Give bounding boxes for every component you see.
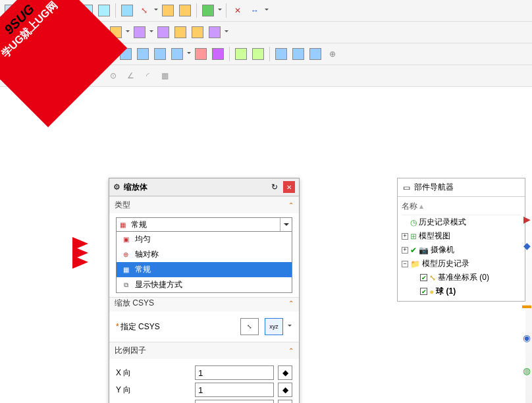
general-icon: ▦ bbox=[120, 265, 131, 275]
tool-icon[interactable] bbox=[193, 46, 209, 62]
tree-sphere[interactable]: ✔ ● 球 (1) bbox=[402, 284, 521, 298]
x-input[interactable] bbox=[195, 365, 274, 380]
chevron-up-icon: ⌃ bbox=[288, 202, 294, 209]
resource-icon[interactable]: ▶ bbox=[520, 211, 532, 228]
tool-icon[interactable]: ✕ bbox=[230, 3, 246, 18]
csys-dialog-button[interactable]: ⤡ bbox=[240, 318, 259, 335]
separator bbox=[229, 47, 230, 61]
section-header[interactable]: 缩放 CSYS ⌃ bbox=[109, 298, 299, 311]
dropdown-icon[interactable] bbox=[149, 24, 154, 40]
column-header[interactable]: 名称 ▴ bbox=[402, 200, 521, 215]
z-input[interactable] bbox=[195, 400, 274, 403]
option-shortcut[interactable]: ⧉ 显示快捷方式 bbox=[117, 277, 292, 292]
dropdown-icon[interactable] bbox=[264, 3, 269, 18]
option-axisymmetric[interactable]: ⊕ 轴对称 bbox=[117, 247, 292, 262]
dropdown-icon[interactable] bbox=[224, 24, 229, 40]
resource-icon[interactable]: ◍ bbox=[520, 362, 532, 379]
tool-icon[interactable] bbox=[233, 46, 249, 62]
axis-icon[interactable]: ⤡ bbox=[136, 3, 152, 18]
y-label: Y 向 bbox=[116, 385, 191, 396]
spin-button[interactable]: ◆ bbox=[278, 365, 292, 380]
graphics-area[interactable]: ⚙ 缩放体 ↻ ✕ 类型 ⌃ ▦ 常规 ▣ 均匀 bbox=[0, 87, 532, 403]
csys-picker-button[interactable]: xyz bbox=[265, 318, 283, 335]
tool-icon[interactable] bbox=[250, 46, 266, 62]
tree-label: 球 (1) bbox=[436, 286, 456, 297]
dropdown-icon[interactable] bbox=[125, 24, 130, 40]
section-header[interactable]: 比例因子 ⌃ bbox=[109, 342, 299, 359]
combo-value: 常规 bbox=[128, 218, 280, 231]
tool-icon[interactable] bbox=[119, 3, 135, 18]
checkbox[interactable]: ✔ bbox=[420, 288, 427, 295]
dropdown-icon[interactable] bbox=[287, 319, 292, 335]
snap-icon[interactable]: ◜ bbox=[140, 68, 155, 84]
cube-icon[interactable] bbox=[190, 24, 205, 40]
resource-icon[interactable]: ◉ bbox=[520, 329, 532, 346]
scale-body-dialog: ⚙ 缩放体 ↻ ✕ 类型 ⌃ ▦ 常规 ▣ 均匀 bbox=[109, 178, 300, 403]
section-label: 比例因子 bbox=[115, 345, 146, 356]
snap-icon[interactable]: ⊙ bbox=[105, 68, 121, 84]
tree-label: 摄像机 bbox=[431, 244, 454, 255]
tool-icon[interactable] bbox=[210, 46, 226, 62]
cube-icon[interactable] bbox=[207, 24, 223, 40]
tool-icon[interactable] bbox=[177, 3, 193, 18]
reset-icon[interactable]: ↻ bbox=[269, 181, 280, 193]
dialog-titlebar[interactable]: ⚙ 缩放体 ↻ ✕ bbox=[109, 178, 299, 196]
tree-datum-csys[interactable]: ✔ ⤡ 基准坐标系 (0) bbox=[402, 271, 521, 284]
resource-icon[interactable]: ▬ bbox=[520, 296, 532, 313]
tool-icon[interactable] bbox=[160, 3, 176, 18]
chevron-up-icon: ⌃ bbox=[288, 347, 294, 354]
panel-title[interactable]: ▭ 部件导航器 bbox=[398, 178, 525, 197]
tool-icon[interactable] bbox=[273, 46, 289, 62]
collapse-icon[interactable]: − bbox=[402, 261, 408, 267]
spin-button[interactable]: ◆ bbox=[278, 400, 292, 403]
dropdown-icon[interactable] bbox=[153, 3, 159, 18]
type-combo[interactable]: ▦ 常规 bbox=[116, 217, 292, 232]
camera-icon: 📷 bbox=[419, 246, 429, 255]
tool-icon[interactable] bbox=[96, 3, 112, 18]
sheet-icon[interactable] bbox=[152, 46, 168, 62]
check-icon: ✔ bbox=[410, 246, 417, 255]
tool-icon[interactable] bbox=[290, 46, 306, 62]
dialog-title: 缩放体 bbox=[124, 182, 269, 193]
x-label: X 向 bbox=[116, 367, 191, 379]
option-label: 显示快捷方式 bbox=[135, 279, 182, 290]
expand-icon[interactable]: + bbox=[402, 247, 408, 254]
chevron-up-icon: ⌃ bbox=[288, 300, 294, 307]
y-input[interactable] bbox=[195, 383, 274, 397]
section-type: 类型 ⌃ ▦ 常规 ▣ 均匀 ⊕ 轴对称 bbox=[109, 196, 299, 297]
section-label: 类型 bbox=[115, 200, 130, 211]
section-csys: 缩放 CSYS ⌃ *指定 CSYS ⤡ xyz bbox=[109, 297, 299, 342]
sheet-icon[interactable] bbox=[135, 46, 151, 62]
snap-icon[interactable]: ∠ bbox=[122, 68, 138, 84]
measure-icon[interactable]: ↔ bbox=[247, 3, 263, 18]
option-uniform[interactable]: ▣ 均匀 bbox=[117, 232, 292, 247]
resource-icon[interactable]: ◆ bbox=[520, 237, 532, 254]
checkbox[interactable]: ✔ bbox=[420, 274, 427, 281]
tool-icon[interactable] bbox=[307, 46, 323, 62]
resource-bar: ▶ ◆ ▬ ◉ ◍ ▥ bbox=[525, 178, 532, 403]
tool-icon[interactable]: ⊕ bbox=[325, 46, 340, 62]
tree-model-view[interactable]: + ⊞ 模型视图 bbox=[402, 229, 521, 243]
tree-label: 模型视图 bbox=[419, 230, 450, 242]
expand-icon[interactable]: + bbox=[402, 233, 408, 240]
part-navigator-panel: ▭ 部件导航器 名称 ▴ ◷ 历史记录模式 + ⊞ 模型视图 + ✔ 📷 摄像机 bbox=[397, 178, 525, 302]
spin-button[interactable]: ◆ bbox=[278, 383, 292, 397]
dropdown-button[interactable] bbox=[280, 218, 292, 231]
cube-icon[interactable] bbox=[132, 24, 147, 40]
close-icon[interactable]: ✕ bbox=[283, 181, 295, 193]
section-header[interactable]: 类型 ⌃ bbox=[109, 197, 299, 213]
folder-icon: 📁 bbox=[410, 259, 420, 269]
type-dropdown: ▣ 均匀 ⊕ 轴对称 ▦ 常规 ⧉ 显示快捷方式 bbox=[116, 232, 292, 293]
option-general[interactable]: ▦ 常规 bbox=[117, 262, 292, 277]
tree-history-mode[interactable]: ◷ 历史记录模式 bbox=[402, 215, 521, 229]
snap-icon[interactable]: ▦ bbox=[157, 68, 173, 84]
cube-icon[interactable] bbox=[173, 24, 188, 40]
cube-icon[interactable] bbox=[155, 24, 171, 40]
dropdown-icon[interactable] bbox=[217, 3, 223, 18]
tree-label: 历史记录模式 bbox=[419, 217, 466, 228]
tree-camera[interactable]: + ✔ 📷 摄像机 bbox=[402, 243, 521, 257]
dropdown-icon[interactable] bbox=[186, 46, 192, 62]
tool-icon[interactable] bbox=[200, 3, 216, 18]
tree-model-history[interactable]: − 📁 模型历史记录 bbox=[402, 257, 521, 271]
sheet-icon[interactable] bbox=[169, 46, 185, 62]
